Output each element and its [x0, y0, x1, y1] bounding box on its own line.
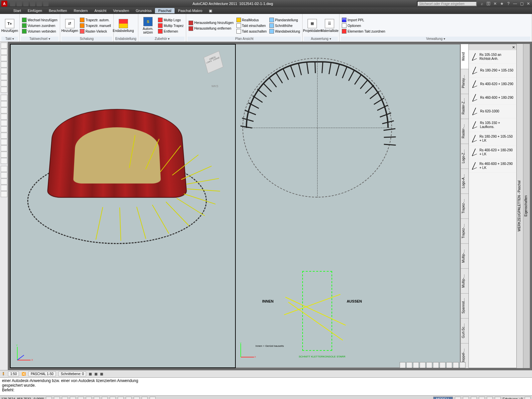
wechsel-hinzufuegen-button[interactable]: Wechsel hinzufügen [21, 17, 59, 23]
schalung-hinzufuegen-button[interactable]: ⇄Hinzufügen [62, 15, 78, 37]
array-tool-icon[interactable] [1, 120, 7, 126]
orbit-icon[interactable] [426, 362, 432, 368]
stretch-tool-icon[interactable] [1, 139, 7, 145]
key-icon[interactable]: ⚿ [486, 1, 491, 6]
help-search-input[interactable] [417, 1, 477, 6]
ducs-toggle-icon[interactable] [94, 397, 100, 399]
vtab-item[interactable]: Trapez-… [461, 218, 468, 243]
arc-tool-icon[interactable] [1, 55, 7, 61]
ortho-toggle-icon[interactable] [62, 397, 68, 399]
copy-tool-icon[interactable] [1, 101, 7, 107]
text-tool-icon[interactable] [1, 87, 7, 93]
status-icon[interactable]: ▦ [100, 372, 103, 376]
qat-undo-icon[interactable] [30, 1, 35, 6]
tab-rendern[interactable]: Rendern [70, 8, 91, 13]
trapeztr-autom-button[interactable]: Trapeztr. autom. [79, 17, 112, 23]
model-space-tab[interactable]: MODELL [433, 397, 453, 399]
qat-new-icon[interactable] [10, 1, 15, 6]
volumen-verbinden-button[interactable]: Volumen verbinden [21, 29, 59, 34]
palette-item[interactable]: Rs 180-290 + 105-150 [469, 64, 516, 77]
scale-dropdown[interactable]: 1:50 [8, 371, 19, 376]
app-logo-icon[interactable]: A [1, 1, 7, 7]
herausstellung-hinzufuegen-button[interactable]: Herausstellung hinzufügen [188, 20, 234, 26]
tab-paschal[interactable]: Paschal [155, 8, 175, 13]
multip-trapez-button[interactable]: Multip Trapez [157, 23, 185, 28]
annotation-scale-icon[interactable]: 🔀 [22, 372, 26, 376]
zoom-previous-icon[interactable] [420, 362, 426, 368]
layout-tab-icon[interactable] [455, 397, 461, 399]
sc-toggle-icon[interactable] [126, 397, 132, 399]
entfernen-button[interactable]: Entfernen [157, 29, 185, 34]
mirror-tool-icon[interactable] [1, 107, 7, 113]
ribbon-group-label[interactable]: Auswertung ▾ [304, 37, 338, 41]
maximize-icon[interactable]: ▢ [519, 1, 524, 6]
autom-setzen-button[interactable]: SAutom. setzen [140, 15, 156, 37]
quick-view-icon[interactable] [479, 397, 485, 399]
vtab-item[interactable]: Plansy… [461, 69, 468, 94]
fillet-tool-icon[interactable] [1, 158, 7, 164]
otrack-toggle-icon[interactable] [86, 397, 92, 399]
visual-style-5-icon[interactable] [460, 362, 466, 368]
elementen-takt-zuordnen-button[interactable]: Elementen Takt zuordnen [341, 29, 386, 34]
projektdaten-button[interactable]: ▦Projektdaten [304, 15, 321, 37]
qat-open-icon[interactable] [17, 1, 22, 6]
optionen-button[interactable]: Optionen [341, 23, 386, 28]
tab-beschriften[interactable]: Beschriften [46, 8, 70, 13]
palette-item[interactable]: Rs 460-600 + 180-290 [469, 91, 516, 105]
visual-style-3-icon[interactable] [446, 362, 452, 368]
dyn-toggle-icon[interactable] [102, 397, 108, 399]
polygon-tool-icon[interactable] [1, 62, 7, 67]
layer-tool-icon[interactable] [1, 185, 7, 191]
vtab-item[interactable]: Logo-Z… [461, 144, 468, 169]
raster-vieleck-button[interactable]: Raster-Vieleck [79, 29, 112, 34]
herausstellung-entfernen-button[interactable]: Herausstellung entfernen [188, 26, 234, 31]
cut-plane-icon[interactable]: ▦ [89, 372, 92, 376]
scale-tool-icon[interactable] [1, 133, 7, 139]
block-tool-icon[interactable] [1, 179, 7, 185]
status-toggle-icon[interactable] [134, 397, 140, 399]
status-toggle-icon[interactable] [150, 397, 156, 399]
palette-item[interactable]: Rs 400-620 + 180-290 + LK [469, 146, 516, 159]
hatch-tool-icon[interactable] [1, 172, 7, 178]
tab-verwalten[interactable]: Verwalten [110, 8, 132, 13]
qp-toggle-icon[interactable] [118, 397, 124, 399]
extend-tool-icon[interactable] [1, 152, 7, 158]
offset-tool-icon[interactable] [1, 114, 7, 120]
nav-icon[interactable] [495, 397, 501, 399]
star-icon[interactable]: ★ [499, 1, 504, 6]
settings-icon[interactable] [525, 397, 531, 399]
tab-grundriss[interactable]: Grundriss [132, 8, 155, 13]
snap-toggle-icon[interactable] [46, 397, 52, 399]
endabstellung-button[interactable]: Endabstellung [115, 15, 132, 37]
circle-tool-icon[interactable] [1, 74, 7, 80]
help-icon[interactable]: ? [506, 1, 511, 6]
tab-start[interactable]: Start [10, 8, 24, 13]
vtab-item[interactable]: Multip-… [461, 243, 468, 268]
zoom-extents-icon[interactable] [406, 362, 412, 368]
palette-title-bar[interactable]: WERKZEUGPALETTEN - Paschal [517, 44, 523, 368]
exchange-icon[interactable]: ✕ [493, 1, 497, 6]
visual-style-4-icon[interactable] [453, 362, 459, 368]
palette-close-button[interactable]: ✕ [469, 44, 516, 50]
palette-item[interactable]: Rs 460-600 + 180-290 + LK [469, 159, 516, 173]
trapeztr-manuell-button[interactable]: Trapeztr. manuell [79, 23, 112, 28]
properties-tool-icon[interactable] [1, 191, 7, 197]
palette-item[interactable]: Rs 180-290 + 105-150 + LK [469, 132, 516, 146]
volumen-zuordnen-button[interactable]: Volumen zuordnen [21, 23, 59, 28]
takt-ausschalten-button[interactable]: Takt ausschalten [235, 29, 268, 34]
zoom-window-icon[interactable] [413, 362, 419, 368]
rotate-tool-icon[interactable] [1, 126, 7, 132]
vtab-item[interactable]: Raster-… [461, 119, 468, 144]
ribbon-group-label[interactable]: Zubehör ▾ [140, 37, 185, 41]
command-line[interactable]: einer Autodesk-Anwendung bzw. einer von … [0, 377, 532, 395]
realmodus-button[interactable]: RealModus [235, 17, 268, 23]
vtab-item[interactable]: Wand [461, 44, 468, 69]
command-prompt[interactable]: Befehl: [2, 388, 530, 392]
quick-view-icon[interactable] [471, 397, 477, 399]
viewcube[interactable]: OBEN LINKSVORNE [202, 51, 225, 74]
palette-item[interactable]: Rs 400-620 + 180-290 [469, 77, 516, 91]
polyline-tool-icon[interactable] [1, 49, 7, 55]
tab-einfuegen[interactable]: Einfügen [24, 8, 45, 13]
viewport-2d[interactable]: INNEN AUSSEN Innen = Gerüst bauseits SCH… [236, 44, 461, 368]
lwt-toggle-icon[interactable] [110, 397, 116, 399]
